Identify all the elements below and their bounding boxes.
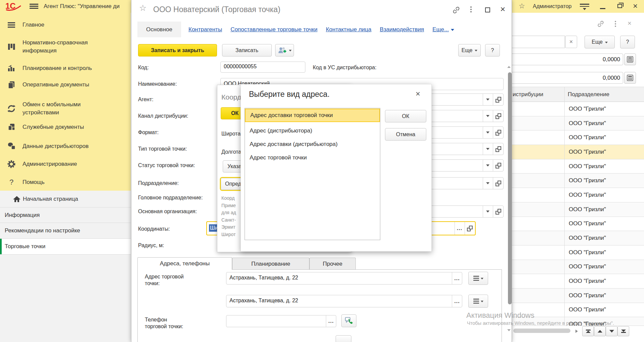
table-row[interactable]: ООО "Гризли" <box>512 145 644 159</box>
main-menu-icon[interactable] <box>30 4 38 9</box>
table-row[interactable]: ООО "Гризли" <box>512 245 644 260</box>
sidebar-item-mobile-exchange[interactable]: Обмен с мобильными устройствами <box>0 101 131 117</box>
table-row[interactable]: ООО "Гризли" <box>512 202 644 217</box>
phone-field[interactable]: ... <box>226 315 336 327</box>
modal-ok-button[interactable]: ОК <box>385 110 426 122</box>
address-2-ellipsis-button[interactable]: ... <box>452 295 462 307</box>
table-row[interactable]: ООО "Гризли" <box>512 217 644 231</box>
add-counterparty-button[interactable] <box>275 44 294 56</box>
tab-more[interactable]: Еще... <box>432 26 454 33</box>
sidebar-item-information[interactable]: Информация <box>0 207 131 223</box>
org-dropdown-button[interactable] <box>483 206 493 217</box>
division-open-button[interactable] <box>493 178 504 189</box>
division-dropdown-button[interactable] <box>483 178 493 189</box>
dialog-help-button[interactable]: ? <box>485 44 500 56</box>
format-open-button[interactable] <box>493 127 504 138</box>
sidebar-item-home[interactable]: Начальная страница <box>0 191 131 207</box>
h-scroll-right-arrow[interactable] <box>575 330 578 333</box>
calculator-button-2[interactable] <box>624 72 636 84</box>
org-open-button[interactable] <box>493 206 504 217</box>
address-1-ellipsis-button[interactable]: ... <box>452 272 462 284</box>
type-open-button[interactable] <box>493 143 504 155</box>
go-prev-button[interactable] <box>594 326 606 336</box>
sidebar-item-distributor-data[interactable]: Данные дистрибьюторов <box>0 140 131 152</box>
save-and-close-button[interactable]: Записать и закрыть <box>138 44 217 56</box>
table-row[interactable]: ООО "Гризли" <box>512 102 644 116</box>
dialog-close-icon[interactable]: × <box>500 4 505 14</box>
type-dropdown-button[interactable] <box>483 143 493 155</box>
list-item[interactable]: Адрес доставки (дистрибьютора) <box>245 138 380 151</box>
dialog-scrollbar-thumb[interactable] <box>508 72 512 304</box>
sidebar-item-trade-points[interactable]: Торговые точки <box>0 239 131 255</box>
go-first-button[interactable] <box>582 326 594 336</box>
dialog-link-icon[interactable] <box>452 6 460 15</box>
dialog-favorites-star-icon[interactable]: ☆ <box>139 3 146 13</box>
get-link-icon[interactable] <box>597 20 604 29</box>
sidebar-item-recommendations[interactable]: Рекомендации по настройке <box>0 223 131 239</box>
tab-main[interactable]: Основное <box>137 22 181 37</box>
save-button[interactable]: Записать <box>222 44 272 56</box>
table-row[interactable]: ООО "Гризли" <box>512 231 644 245</box>
go-next-button[interactable] <box>606 326 617 336</box>
coords-open-button[interactable] <box>465 222 475 235</box>
channel-dropdown-button[interactable] <box>483 110 493 122</box>
extra-button-partial[interactable] <box>336 335 351 342</box>
tab-planning[interactable]: Планирование <box>232 258 309 270</box>
modal-cancel-button[interactable]: Отмена <box>385 128 426 141</box>
table-row[interactable]: ООО "Гризли" <box>512 289 644 303</box>
list-item-selected[interactable]: Адрес доставки торговой точки <box>245 109 380 122</box>
table-row[interactable]: ООО "Гризли" <box>512 130 644 145</box>
tab-other[interactable]: Прочее <box>309 258 356 270</box>
table-row[interactable]: ООО "Гризли" <box>512 174 644 188</box>
agent-dropdown-button[interactable] <box>483 94 493 105</box>
more-button[interactable]: Еще <box>585 36 615 48</box>
status-open-button[interactable] <box>493 160 504 171</box>
dialog-more-menu-icon[interactable] <box>470 6 472 12</box>
address-1-menu-button[interactable] <box>468 272 488 285</box>
coords-ellipsis-button[interactable]: ... <box>455 222 465 235</box>
search-input[interactable] <box>511 36 565 48</box>
table-row[interactable]: ООО "Гризли" <box>512 260 644 274</box>
user-name[interactable]: Администратор <box>533 3 571 16</box>
table-row[interactable]: ООО "Гризли" <box>512 274 644 289</box>
phone-sms-button[interactable] <box>341 314 356 327</box>
agent-open-button[interactable] <box>493 94 504 105</box>
column-header-division[interactable]: Подразделение <box>568 91 609 98</box>
table-row[interactable]: ООО "Гризли" <box>512 116 644 131</box>
dialog-scroll-up-arrow[interactable] <box>507 66 511 68</box>
window-restore-button[interactable] <box>617 4 622 8</box>
status-dropdown-button[interactable] <box>483 160 493 171</box>
dialog-more-button[interactable]: Еще <box>458 44 481 56</box>
dialog-maximize-icon[interactable] <box>485 7 490 12</box>
tab-addresses-phones[interactable]: Адреса, телефоны <box>137 257 232 270</box>
sidebar-item-administration[interactable]: Администрирование <box>0 158 131 170</box>
dialog-scroll-down-arrow[interactable] <box>507 329 511 331</box>
tab-contacts[interactable]: Контактные лица <box>326 26 372 33</box>
numeric-field-1[interactable]: 0,0000 <box>511 53 623 65</box>
table-row[interactable]: ООО "Гризли" <box>512 188 644 202</box>
address-2-menu-button[interactable] <box>468 295 488 308</box>
search-clear-button[interactable]: × <box>565 36 577 48</box>
more-menu-icon[interactable] <box>615 21 616 27</box>
go-last-button[interactable] <box>617 326 629 336</box>
window-close-button[interactable]: × <box>633 2 638 14</box>
list-item[interactable]: Адрес (дистрибьютора) <box>245 124 380 138</box>
sidebar-item-planning[interactable]: Планирование и контроль <box>0 62 131 74</box>
modal-close-icon[interactable]: × <box>416 89 420 99</box>
close-window-icon[interactable]: × <box>628 20 632 27</box>
address-field-1[interactable]: Астрахань, Татищева, д. 22 ... <box>226 272 462 284</box>
tab-interactions[interactable]: Взаимодействия <box>380 26 424 33</box>
format-dropdown-button[interactable] <box>483 127 493 138</box>
tab-matched-trade-points[interactable]: Сопоставленные торговые точки <box>230 26 317 33</box>
phone-ellipsis-button[interactable]: ... <box>326 315 336 327</box>
numeric-field-2[interactable]: 0,0000 <box>511 72 623 84</box>
panels-icon[interactable] <box>580 4 589 9</box>
tab-counterparties[interactable]: Контрагенты <box>188 26 222 33</box>
address-field-2[interactable]: Астрахань, Татищева, д. 22 ... <box>226 295 462 307</box>
favorites-star-icon[interactable]: ☆ <box>519 2 525 15</box>
list-item[interactable]: Адрес торговой точки <box>245 151 380 164</box>
table-row[interactable]: ООО "Гризли" <box>512 159 644 174</box>
sidebar-item-reference-info[interactable]: Нормативно-справочная информация <box>0 39 131 55</box>
channel-open-button[interactable] <box>493 110 504 122</box>
window-minimize-button[interactable] <box>600 8 605 9</box>
